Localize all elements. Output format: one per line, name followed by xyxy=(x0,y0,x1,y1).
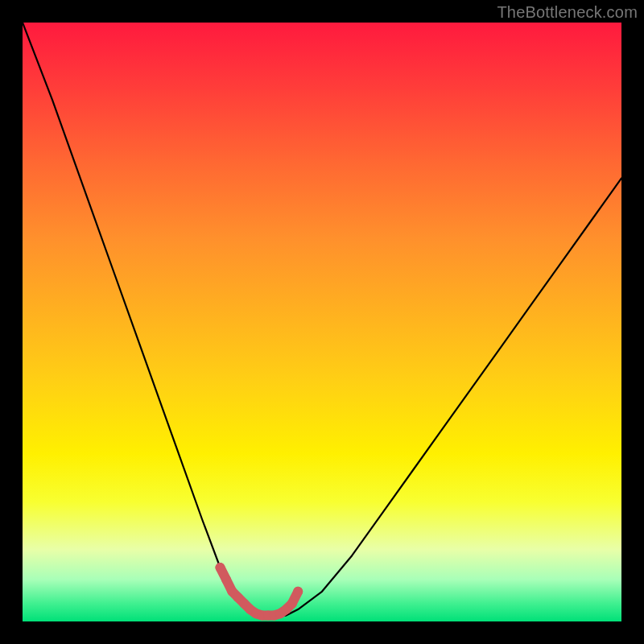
valley-marker-dot xyxy=(287,599,297,609)
valley-marker-dot xyxy=(221,575,231,584)
bottleneck-curve xyxy=(23,23,621,616)
watermark-text: TheBottleneck.com xyxy=(497,3,638,22)
chart-frame: TheBottleneck.com xyxy=(0,0,644,644)
valley-markers xyxy=(216,563,303,621)
plot-area xyxy=(23,23,621,621)
valley-marker-dot xyxy=(293,587,303,597)
curve-layer xyxy=(23,23,621,621)
valley-marker-dot xyxy=(216,563,225,572)
